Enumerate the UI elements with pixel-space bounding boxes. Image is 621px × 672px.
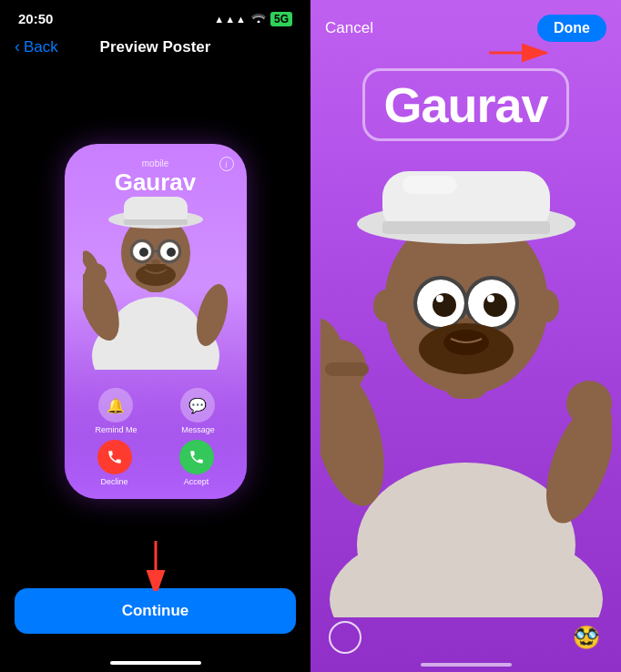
back-chevron-icon: ‹ [15, 37, 20, 56]
continue-button-area: Continue [0, 588, 310, 661]
svg-point-13 [139, 248, 148, 257]
message-label: Message [181, 425, 215, 434]
back-button[interactable]: ‹ Back [15, 37, 58, 56]
name-tag-area: Gaurav [330, 68, 603, 141]
phone-memoji [83, 188, 229, 370]
wifi-icon [251, 12, 266, 25]
nav-bar: ‹ Back Preview Poster [0, 34, 310, 64]
svg-rect-29 [325, 362, 369, 376]
right-home-indicator [421, 663, 512, 667]
right-panel: Cancel Done Gaurav [310, 0, 621, 672]
remind-icon: 🔔 [98, 388, 133, 423]
page-title: Preview Poster [100, 38, 211, 56]
accept-label: Accept [184, 477, 209, 486]
message-button[interactable]: 💬 Message [180, 388, 215, 434]
accept-button[interactable]: Accept [179, 440, 214, 486]
back-label: Back [24, 38, 58, 56]
svg-point-40 [433, 293, 456, 317]
svg-point-50 [373, 290, 399, 322]
time: 20:50 [18, 11, 53, 26]
phone-caller-name: Gaurav [115, 168, 197, 197]
large-memoji [321, 162, 612, 617]
svg-point-1 [110, 297, 201, 370]
right-top-bar: Cancel Done [310, 0, 621, 49]
memoji-icon: 🥸 [573, 625, 600, 650]
svg-point-43 [487, 295, 494, 302]
svg-point-31 [566, 381, 612, 426]
phone-mobile-label: mobile [142, 158, 168, 168]
svg-point-25 [357, 463, 575, 617]
signal-icon: ▲▲▲ [214, 14, 247, 25]
remind-me-button[interactable]: 🔔 Remind Me [95, 388, 137, 434]
phone-preview: i mobile Gaurav [65, 144, 247, 499]
memoji-selector[interactable]: 🥸 [570, 621, 603, 654]
continue-button[interactable]: Continue [15, 588, 296, 634]
phone-top-area: i mobile Gaurav [65, 144, 247, 197]
svg-point-51 [534, 290, 559, 322]
accept-icon [179, 440, 214, 474]
cancel-button[interactable]: Cancel [325, 19, 373, 37]
circle-button[interactable] [329, 621, 361, 654]
call-actions: 🔔 Remind Me 💬 Message [65, 381, 247, 499]
status-bar: 20:50 ▲▲▲ 5G [0, 0, 310, 34]
decline-icon [97, 440, 132, 474]
action-row-2: Decline Accept [74, 440, 238, 486]
info-icon: i [219, 157, 234, 171]
name-tag-box: Gaurav [362, 68, 568, 141]
done-button[interactable]: Done [537, 15, 606, 42]
svg-rect-36 [382, 221, 550, 234]
phone-preview-area: i mobile Gaurav [0, 64, 310, 588]
decline-button[interactable]: Decline [97, 440, 132, 486]
svg-rect-37 [402, 176, 457, 194]
message-icon: 💬 [180, 388, 215, 423]
svg-point-19 [136, 264, 176, 286]
svg-point-14 [167, 248, 176, 257]
home-indicator [110, 661, 201, 665]
svg-point-42 [436, 295, 443, 302]
left-panel: 20:50 ▲▲▲ 5G ‹ Back Preview Poster i m [0, 0, 310, 672]
svg-rect-10 [124, 219, 188, 225]
remind-label: Remind Me [95, 425, 137, 434]
cellular-icon: 5G [270, 12, 292, 26]
svg-point-41 [484, 293, 507, 317]
status-icons: ▲▲▲ 5G [214, 12, 292, 26]
contact-name-large: Gaurav [383, 77, 547, 132]
decline-label: Decline [100, 477, 127, 486]
action-row-1: 🔔 Remind Me 💬 Message [74, 388, 238, 434]
